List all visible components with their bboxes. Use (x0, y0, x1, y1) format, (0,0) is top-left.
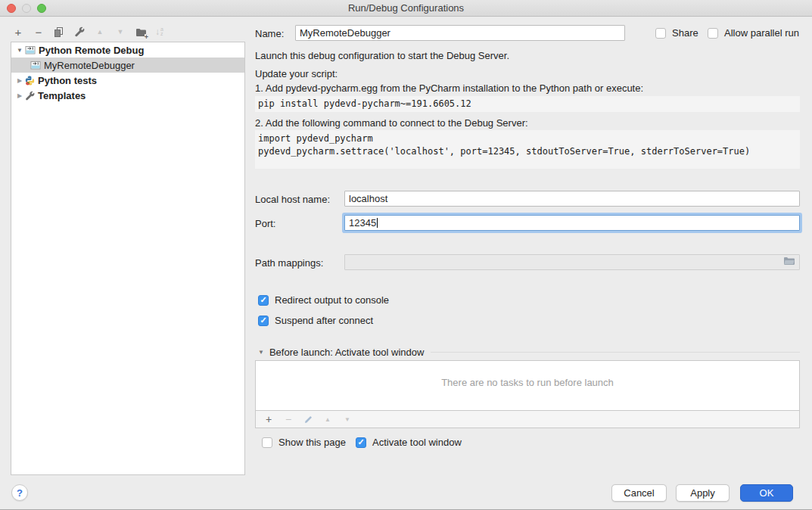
configurations-tree: ▼ Python Remote Debug MyRemoteDebugger ▶… (11, 42, 245, 475)
move-task-down-icon: ▼ (341, 413, 353, 425)
collapse-triangle-icon[interactable]: ▼ (258, 349, 264, 356)
share-checkbox-row[interactable]: Share (655, 27, 698, 39)
before-launch-header[interactable]: ▼ Before launch: Activate tool window (258, 347, 800, 358)
tree-item-label: Templates (38, 90, 86, 101)
add-task-button[interactable]: + (263, 413, 275, 425)
tree-item-label: MyRemoteDebugger (44, 60, 135, 71)
suspend-after-connect-label: Suspend after connect (275, 315, 373, 326)
port-label: Port: (255, 218, 275, 229)
tree-item-python-tests[interactable]: ▶ Python tests (11, 73, 244, 88)
empty-tasks-message: There are no tasks to run before launch (256, 377, 799, 388)
remove-task-icon: − (282, 413, 294, 425)
ok-button[interactable]: OK (740, 484, 793, 502)
copy-configuration-icon[interactable] (53, 26, 65, 38)
tree-item-label: Python tests (38, 75, 97, 86)
help-button[interactable]: ? (11, 484, 28, 501)
add-configuration-button[interactable]: + (12, 26, 24, 38)
browse-folder-icon[interactable] (783, 257, 795, 268)
checkmark-icon: ✓ (260, 316, 266, 325)
name-input[interactable]: MyRemoteDebugger (295, 25, 625, 41)
before-launch-title: Before launch: Activate tool window (269, 347, 425, 358)
templates-wrench-icon (25, 91, 35, 101)
apply-button[interactable]: Apply (676, 484, 730, 502)
share-checkbox[interactable] (655, 28, 666, 39)
step2-text: 2. Add the following command to connect … (255, 117, 528, 129)
checkmark-icon: ✓ (260, 296, 266, 304)
activate-tool-window-label: Activate tool window (372, 437, 462, 448)
title-bar: Run/Debug Configurations (0, 0, 812, 17)
redirect-output-label: Redirect output to console (275, 294, 389, 306)
show-this-page-label: Show this page (278, 437, 346, 448)
show-this-page-checkbox[interactable] (262, 437, 272, 448)
expand-arrow-icon[interactable]: ▼ (16, 47, 23, 54)
tree-item-templates[interactable]: ▶ Templates (11, 88, 244, 103)
before-launch-toolbar: + − ▲ ▼ (255, 411, 800, 428)
python-tests-icon (25, 76, 35, 86)
text-cursor (377, 218, 378, 228)
allow-parallel-run-checkbox[interactable] (708, 28, 718, 39)
path-mappings-label: Path mappings: (255, 257, 323, 269)
tree-item-label: Python Remote Debug (39, 45, 144, 56)
move-down-icon: ▼ (114, 26, 126, 38)
suspend-after-connect-checkbox-row[interactable]: ✓ Suspend after connect (258, 315, 373, 326)
tree-item-python-remote-debug[interactable]: ▼ Python Remote Debug (11, 42, 244, 58)
port-input[interactable]: 12345 (344, 215, 800, 231)
share-label: Share (672, 27, 698, 39)
configurations-toolbar: + − ▲ ▼ + ↓ az (12, 23, 245, 41)
settrace-code-block: import pydevd_pycharmpydevd_pycharm.sett… (255, 130, 800, 169)
before-launch-task-list[interactable]: There are no tasks to run before launch (255, 360, 800, 411)
remote-debug-config-icon (25, 45, 36, 55)
remove-configuration-button[interactable]: − (33, 26, 45, 38)
pip-command-code: pip install pydevd-pycharm~=191.6605.12 (255, 96, 800, 112)
expand-arrow-icon[interactable]: ▶ (16, 77, 23, 84)
update-script-text: Update your script: (255, 68, 338, 79)
divider (431, 352, 800, 353)
activate-tool-window-checkbox[interactable]: ✓ (356, 437, 366, 448)
edit-task-pencil-icon (302, 413, 314, 425)
redirect-output-checkbox-row[interactable]: ✓ Redirect output to console (258, 294, 389, 306)
expand-arrow-icon[interactable]: ▶ (16, 92, 23, 99)
suspend-after-connect-checkbox[interactable]: ✓ (258, 316, 269, 326)
cancel-button[interactable]: Cancel (611, 484, 667, 502)
allow-parallel-run-label: Allow parallel run (724, 27, 799, 39)
local-host-input[interactable]: localhost (344, 191, 800, 207)
name-label: Name: (255, 28, 284, 39)
sort-configurations-icon: ↓ az (155, 26, 163, 37)
activate-tool-window-checkbox-row[interactable]: ✓ Activate tool window (356, 437, 462, 448)
move-up-icon: ▲ (94, 26, 106, 38)
checkmark-icon: ✓ (357, 438, 364, 446)
show-this-page-checkbox-row[interactable]: Show this page (262, 437, 346, 448)
edit-templates-wrench-icon[interactable] (73, 26, 86, 38)
path-mappings-input[interactable] (344, 254, 800, 270)
tree-item-myremotedebugger[interactable]: MyRemoteDebugger (11, 58, 244, 73)
window-title: Run/Debug Configurations (0, 2, 812, 14)
run-debug-configurations-dialog: Run/Debug Configurations + − ▲ ▼ + ↓ az … (0, 0, 812, 510)
step1-text: 1. Add pydevd-pycharm.egg from the PyCha… (255, 82, 643, 94)
new-folder-icon[interactable]: + (135, 26, 147, 38)
allow-parallel-run-checkbox-row[interactable]: Allow parallel run (708, 27, 799, 39)
code-line-2: pydevd_pycharm.settrace('localhost', por… (258, 146, 750, 157)
intro-text: Launch this debug configuration to start… (255, 50, 509, 61)
move-task-up-icon: ▲ (322, 413, 334, 425)
code-line-1: import pydevd_pycharm (258, 133, 373, 144)
local-host-label: Local host name: (255, 194, 330, 205)
redirect-output-checkbox[interactable]: ✓ (258, 295, 269, 306)
remote-debug-config-icon (30, 61, 41, 70)
